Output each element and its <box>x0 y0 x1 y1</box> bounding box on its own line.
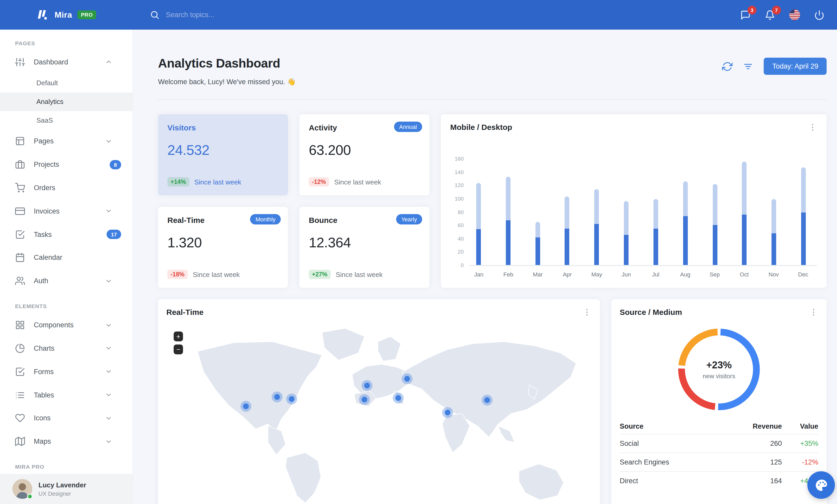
power-icon <box>814 10 824 20</box>
bar-segment-mobile <box>654 228 658 265</box>
sidebar: PAGES Dashboard Default Analytics SaaS P… <box>0 30 133 504</box>
cell-source: Search Engines <box>620 453 735 471</box>
map-marker-6[interactable] <box>395 395 401 401</box>
sidebar-item-label: Pages <box>34 137 54 145</box>
chevron-down-icon <box>105 345 121 352</box>
sidebar-item-auth[interactable]: Auth <box>0 269 132 293</box>
theme-settings-fab[interactable] <box>807 471 835 499</box>
card-menu-button[interactable] <box>808 123 817 132</box>
refresh-button[interactable] <box>723 61 733 72</box>
sidebar-item-default[interactable]: Default <box>0 74 132 93</box>
map-marker-9[interactable] <box>484 397 490 403</box>
table-row[interactable]: Direct 164 +46% <box>620 471 818 490</box>
period-badge: Monthly <box>250 214 281 224</box>
cart-icon <box>15 183 25 193</box>
y-tick-label: 80 <box>458 209 464 215</box>
sidebar-item-components[interactable]: Components <box>0 313 132 337</box>
chevron-down-icon <box>105 278 121 285</box>
world-map[interactable]: + − <box>166 323 592 504</box>
sidebar-item-orders[interactable]: Orders <box>0 176 132 200</box>
change-badge: +14% <box>167 177 189 187</box>
bar-segment-desktop <box>624 201 628 235</box>
tasks-count-badge: 17 <box>107 230 121 239</box>
sidebar-section-pages: PAGES <box>0 30 132 50</box>
sidebar-item-label: Projects <box>34 161 59 168</box>
sidebar-item-projects[interactable]: Projects 8 <box>0 153 132 176</box>
sign-out-button[interactable] <box>814 10 824 20</box>
x-tick-label: Aug <box>678 271 692 278</box>
bar-yaxis: 020406080100120140160 <box>450 160 464 265</box>
sidebar-item-label: Dashboard <box>34 58 68 66</box>
brand[interactable]: Mira PRO <box>0 8 133 22</box>
donut-chart: +23% new visitors <box>675 325 763 414</box>
search-input[interactable] <box>166 11 280 19</box>
bar-segment-mobile <box>683 217 688 265</box>
filter-icon <box>743 61 753 72</box>
messages-count-badge: 3 <box>748 5 756 14</box>
source-medium-card: Source / Medium +23% new visitors <box>611 299 826 504</box>
sidebar-item-analytics[interactable]: Analytics <box>0 92 132 111</box>
map-marker-2[interactable] <box>274 394 280 400</box>
card-menu-button[interactable] <box>582 307 592 317</box>
zoom-out-button[interactable]: − <box>174 344 183 354</box>
card-menu-button[interactable] <box>809 307 818 317</box>
map-marker-3[interactable] <box>289 396 295 402</box>
donut-center-value: +23% <box>706 359 732 371</box>
sidebar-item-label: Tasks <box>34 230 52 238</box>
x-tick-label: May <box>590 271 604 278</box>
table-row[interactable]: Social 260 +35% <box>620 434 818 453</box>
sidebar-item-invoices[interactable]: Invoices <box>0 200 132 223</box>
stat-value: 1.320 <box>167 235 279 251</box>
chart-title: Mobile / Desktop <box>450 123 512 131</box>
messages-button[interactable]: 3 <box>740 10 751 20</box>
zoom-in-button[interactable]: + <box>174 332 183 341</box>
bar-segment-mobile <box>712 225 717 265</box>
period-badge: Annual <box>394 122 422 132</box>
table-row[interactable]: Search Engines 125 -12% <box>620 453 818 471</box>
briefcase-icon <box>15 160 25 169</box>
cell-revenue: 125 <box>735 453 782 471</box>
cell-value: +35% <box>782 434 818 453</box>
map-marker-5[interactable] <box>361 397 367 403</box>
sidebar-item-pages[interactable]: Pages <box>0 130 132 153</box>
sidebar-item-icons[interactable]: Icons <box>0 407 132 430</box>
y-tick-label: 120 <box>455 182 464 188</box>
cell-value: -12% <box>782 453 818 471</box>
pie-chart-icon <box>15 343 25 353</box>
sidebar-item-dashboard[interactable]: Dashboard <box>0 50 132 74</box>
sidebar-item-tables[interactable]: Tables <box>0 383 132 407</box>
col-header-source: Source <box>620 419 735 434</box>
map-marker-1[interactable] <box>243 404 249 409</box>
filter-button[interactable] <box>743 61 753 72</box>
mira-logo-icon <box>35 8 49 22</box>
sidebar-item-maps[interactable]: Maps <box>0 430 132 453</box>
user-footer[interactable]: Lucy Lavender UX Designer <box>0 474 132 504</box>
language-button[interactable] <box>789 10 800 20</box>
kebab-icon <box>808 123 817 132</box>
date-range-button[interactable]: Today: April 29 <box>764 58 826 75</box>
chevron-down-icon <box>105 438 121 445</box>
sidebar-item-forms[interactable]: Forms <box>0 360 132 384</box>
search-box[interactable] <box>150 10 280 20</box>
x-tick-label: Mar <box>531 271 545 278</box>
x-tick-label: Jul <box>649 271 663 278</box>
bar-segment-mobile <box>565 228 570 265</box>
sidebar-item-saas[interactable]: SaaS <box>0 111 132 130</box>
map-marker-7[interactable] <box>404 376 410 381</box>
stat-note: Since last week <box>334 178 381 186</box>
bar-segment-mobile <box>771 233 776 265</box>
map-marker-4[interactable] <box>364 383 370 388</box>
chevron-down-icon <box>105 138 121 145</box>
bar-segment-desktop <box>742 162 747 214</box>
chevron-down-icon <box>105 415 121 422</box>
bar-segment-desktop <box>506 176 511 220</box>
notifications-button[interactable]: 7 <box>765 10 775 20</box>
calendar-icon <box>15 253 25 263</box>
stat-note: Since last week <box>193 270 240 278</box>
sidebar-item-tasks[interactable]: Tasks 17 <box>0 223 132 246</box>
bar-segment-desktop <box>476 183 481 229</box>
map-marker-8[interactable] <box>445 410 450 415</box>
sidebar-item-calendar[interactable]: Calendar <box>0 246 132 269</box>
sidebar-item-charts[interactable]: Charts <box>0 337 132 360</box>
donut-center-label: new visitors <box>702 372 735 379</box>
